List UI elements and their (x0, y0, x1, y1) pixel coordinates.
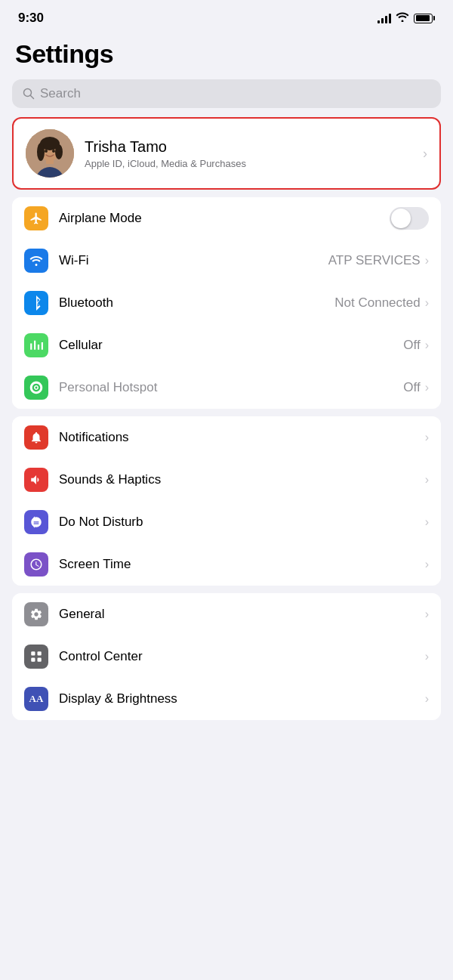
hotspot-row[interactable]: Personal Hotspot Off › (12, 366, 441, 409)
notifications-row[interactable]: Notifications › (12, 416, 441, 459)
svg-point-11 (52, 150, 55, 153)
profile-name: Trisha Tamo (85, 138, 423, 156)
search-icon (23, 88, 35, 100)
controlcenter-chevron: › (425, 650, 429, 663)
controlcenter-label: Control Center (59, 649, 425, 664)
general-row[interactable]: General › (12, 593, 441, 635)
sounds-row[interactable]: Sounds & Haptics › (12, 459, 441, 501)
search-placeholder: Search (40, 86, 81, 101)
svg-rect-12 (31, 651, 35, 655)
network-group: Airplane Mode Wi-Fi ATP SERVICES › (12, 197, 441, 409)
system-section: General › Control Center › AA Display & … (0, 593, 453, 720)
cellular-label: Cellular (59, 338, 403, 353)
avatar (26, 129, 74, 178)
airplane-toggle[interactable] (390, 207, 429, 230)
sounds-label: Sounds & Haptics (59, 472, 425, 487)
donotdisturb-chevron: › (425, 515, 429, 529)
status-bar: 9:30 (0, 0, 453, 32)
svg-point-10 (45, 150, 48, 153)
airplane-label: Airplane Mode (59, 211, 390, 226)
cellular-chevron: › (425, 339, 429, 352)
hotspot-label: Personal Hotspot (59, 380, 403, 395)
system-group: General › Control Center › AA Display & … (12, 593, 441, 720)
search-bar[interactable]: Search (12, 79, 441, 108)
cellular-value: Off (403, 338, 420, 353)
wifi-chevron: › (425, 254, 429, 267)
svg-rect-14 (31, 658, 35, 662)
svg-point-9 (55, 144, 63, 159)
page-header: Settings (0, 32, 453, 76)
notifications-icon (24, 425, 48, 450)
svg-line-1 (31, 96, 34, 99)
profile-row[interactable]: Trisha Tamo Apple ID, iCloud, Media & Pu… (12, 117, 441, 190)
profile-subtitle: Apple ID, iCloud, Media & Purchases (85, 158, 423, 169)
svg-point-8 (37, 143, 45, 161)
wifi-icon (396, 11, 409, 25)
donotdisturb-label: Do Not Disturb (59, 515, 425, 530)
controlcenter-row[interactable]: Control Center › (12, 635, 441, 678)
cellular-row[interactable]: Cellular Off › (12, 324, 441, 366)
display-chevron: › (425, 692, 429, 706)
wifi-row[interactable]: Wi-Fi ATP SERVICES › (12, 240, 441, 282)
sounds-icon (24, 468, 48, 492)
status-time: 9:30 (18, 11, 44, 26)
notifications-label: Notifications (59, 430, 425, 445)
status-icons (378, 11, 435, 25)
hotspot-icon (24, 376, 48, 400)
bluetooth-row[interactable]: Bluetooth Not Connected › (12, 282, 441, 324)
screentime-icon (24, 552, 48, 577)
notifications-chevron: › (425, 431, 429, 444)
profile-chevron: › (423, 146, 427, 162)
sounds-chevron: › (425, 473, 429, 487)
svg-rect-15 (38, 658, 42, 662)
svg-rect-13 (38, 651, 42, 655)
hotspot-value: Off (403, 380, 420, 395)
bluetooth-chevron: › (425, 296, 429, 310)
airplane-mode-row[interactable]: Airplane Mode (12, 197, 441, 240)
controlcenter-icon (24, 645, 48, 669)
bluetooth-icon (24, 291, 48, 315)
donotdisturb-row[interactable]: Do Not Disturb › (12, 501, 441, 543)
display-label: Display & Brightness (59, 691, 425, 706)
notifications-group: Notifications › Sounds & Haptics › Do No… (12, 416, 441, 586)
wifi-label: Wi-Fi (59, 253, 328, 268)
screentime-row[interactable]: Screen Time › (12, 543, 441, 586)
signal-icon (378, 13, 391, 23)
bluetooth-label: Bluetooth (59, 295, 334, 311)
display-row[interactable]: AA Display & Brightness › (12, 678, 441, 720)
general-icon (24, 602, 48, 626)
network-section: Airplane Mode Wi-Fi ATP SERVICES › (0, 197, 453, 409)
airplane-icon (24, 206, 48, 230)
general-label: General (59, 607, 425, 622)
search-container: Search (0, 76, 453, 117)
bluetooth-value: Not Connected (334, 295, 420, 311)
battery-icon (414, 14, 435, 23)
wifi-value: ATP SERVICES (328, 253, 421, 268)
display-icon: AA (24, 687, 48, 711)
screentime-chevron: › (425, 558, 429, 571)
screentime-label: Screen Time (59, 557, 425, 572)
page-title: Settings (15, 39, 438, 69)
donotdisturb-icon (24, 510, 48, 534)
cellular-icon (24, 333, 48, 357)
notifications-section: Notifications › Sounds & Haptics › Do No… (0, 416, 453, 586)
hotspot-chevron: › (425, 381, 429, 394)
wifi-settings-icon (24, 249, 48, 273)
general-chevron: › (425, 607, 429, 621)
profile-info: Trisha Tamo Apple ID, iCloud, Media & Pu… (85, 138, 423, 169)
